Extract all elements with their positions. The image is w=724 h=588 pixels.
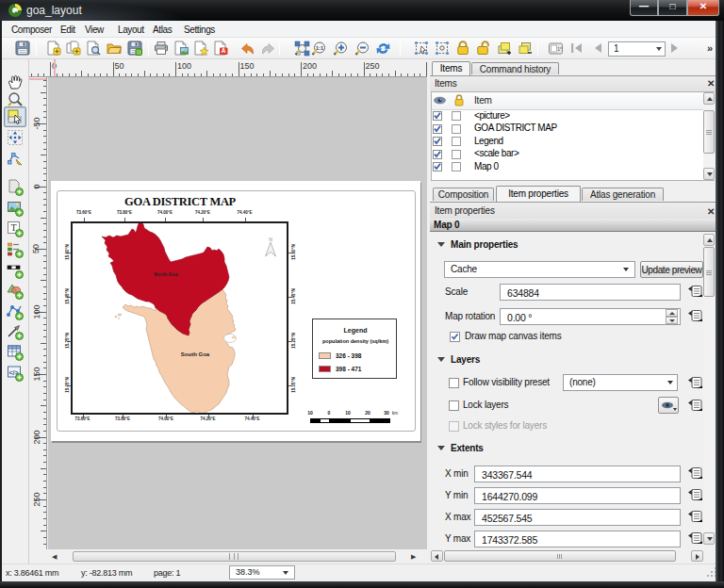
svg-text:st: st <box>118 317 120 320</box>
svg-text:N: N <box>269 237 272 242</box>
svg-text:1*: 1* <box>557 46 562 52</box>
svg-text:T: T <box>10 222 16 233</box>
svg-text:1:1: 1:1 <box>316 45 323 51</box>
svg-text:North Goa: North Goa <box>154 271 177 277</box>
svg-text:A: A <box>222 47 226 54</box>
svg-text:South Goa: South Goa <box>181 351 210 357</box>
